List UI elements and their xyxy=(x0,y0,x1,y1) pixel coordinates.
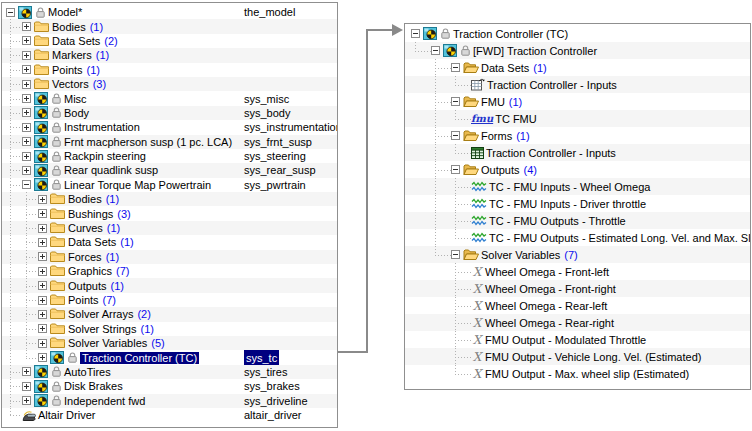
tree-row[interactable]: Altair Driveraltair_driver xyxy=(2,408,337,422)
tree-row[interactable]: XWheel Omega - Front-right xyxy=(405,280,750,297)
tree-item-label[interactable]: Outputs xyxy=(481,164,520,176)
tree-item-label[interactable]: Outputs xyxy=(68,280,107,292)
tree-row[interactable]: Rackpin steeringsys_steering xyxy=(2,149,337,163)
minus-box-icon[interactable] xyxy=(6,8,15,17)
tree-item-label[interactable]: Wheel Omega - Rear-right xyxy=(485,317,614,329)
tree-row[interactable]: Data Sets(1) xyxy=(405,59,750,76)
tree-item-label[interactable]: FMU Output - Max. wheel slip (Estimated) xyxy=(485,368,689,380)
tree-item-label[interactable]: Frnt macpherson susp (1 pc. LCA) xyxy=(64,136,232,148)
tree-row[interactable]: Traction Controller - Inputs xyxy=(405,76,750,93)
plus-box-icon[interactable] xyxy=(22,94,31,103)
tree-row[interactable]: Model*the_model xyxy=(2,5,337,19)
tree-item-label[interactable]: Solver Variables xyxy=(481,249,560,261)
plus-box-icon[interactable] xyxy=(22,367,31,376)
minus-box-icon[interactable] xyxy=(451,165,460,174)
tree-row[interactable]: TC - FMU Inputs - Driver throttle xyxy=(405,195,750,212)
plus-box-icon[interactable] xyxy=(38,324,47,333)
tree-row[interactable]: XWheel Omega - Front-left xyxy=(405,263,750,280)
tree-item-label[interactable]: Data Sets xyxy=(52,35,100,47)
tree-item-label[interactable]: Bodies xyxy=(52,21,86,33)
tree-item-variable-name[interactable]: the_model xyxy=(244,5,295,19)
tree-row[interactable]: Bushings(3) xyxy=(2,206,337,220)
plus-box-icon[interactable] xyxy=(22,166,31,175)
tree-row[interactable]: Traction Controller (TC) xyxy=(405,25,750,42)
tree-row[interactable]: XWheel Omega - Rear-left xyxy=(405,297,750,314)
tree-row[interactable]: Bodies(1) xyxy=(2,19,337,33)
tree-row[interactable]: fmuTC FMU xyxy=(405,110,750,127)
tree-row[interactable]: Vectors(3) xyxy=(2,77,337,91)
tree-item-label[interactable]: Bushings xyxy=(68,208,113,220)
plus-box-icon[interactable] xyxy=(38,310,47,319)
plus-box-icon[interactable] xyxy=(22,36,31,45)
minus-box-icon[interactable] xyxy=(451,63,460,72)
tree-row[interactable]: Miscsys_misc xyxy=(2,91,337,105)
tree-item-label[interactable]: TC - FMU Outputs - Throttle xyxy=(489,215,626,227)
tree-item-variable-name[interactable]: sys_pwrtrain xyxy=(244,178,306,192)
tree-row[interactable]: Solver Arrays(2) xyxy=(2,307,337,321)
tree-item-variable-name[interactable]: sys_rear_susp xyxy=(244,163,316,177)
tree-row[interactable]: Outputs(1) xyxy=(2,278,337,292)
plus-box-icon[interactable] xyxy=(22,22,31,31)
tree-row[interactable]: [FWD] Traction Controller xyxy=(405,42,750,59)
tree-item-variable-name[interactable]: sys_brakes xyxy=(244,379,300,393)
tree-item-label[interactable]: Traction Controller (TC) xyxy=(453,28,568,40)
tree-item-label[interactable]: [FWD] Traction Controller xyxy=(473,45,597,57)
minus-box-icon[interactable] xyxy=(22,180,31,189)
tree-row[interactable]: XFMU Output - Max. wheel slip (Estimated… xyxy=(405,365,750,382)
tree-item-label[interactable]: Wheel Omega - Rear-left xyxy=(485,300,607,312)
plus-box-icon[interactable] xyxy=(22,108,31,117)
tree-item-label[interactable]: Forms xyxy=(481,130,512,142)
tree-item-label[interactable]: TC - FMU Outputs - Estimated Long. Vel. … xyxy=(489,232,751,244)
tree-row[interactable]: AutoTiressys_tires xyxy=(2,365,337,379)
tree-item-variable-name[interactable]: sys_steering xyxy=(244,149,306,163)
plus-box-icon[interactable] xyxy=(38,209,47,218)
tree-item-label[interactable]: Vectors xyxy=(52,78,89,90)
tree-row[interactable]: Traction Controller (TC)sys_tc xyxy=(2,350,337,364)
tree-row[interactable]: XFMU Output - Vehicle Long. Vel. (Estima… xyxy=(405,348,750,365)
plus-box-icon[interactable] xyxy=(22,396,31,405)
tree-row[interactable]: Independent fwdsys_driveline xyxy=(2,394,337,408)
tree-item-label[interactable]: Wheel Omega - Front-right xyxy=(485,283,616,295)
tree-row[interactable]: Bodysys_body xyxy=(2,106,337,120)
tree-item-variable-name[interactable]: altair_driver xyxy=(244,408,301,422)
tree-item-label[interactable]: Forces xyxy=(68,251,102,263)
tree-row[interactable]: Traction Controller - Inputs xyxy=(405,144,750,161)
tree-item-label[interactable]: Body xyxy=(64,107,89,119)
tree-item-variable-name[interactable]: sys_tires xyxy=(244,365,287,379)
tree-item-label[interactable]: Rear quadlink susp xyxy=(64,164,158,176)
tree-row[interactable]: Solver Strings(1) xyxy=(2,322,337,336)
tree-item-label[interactable]: Independent fwd xyxy=(64,395,145,407)
tree-item-label[interactable]: Data Sets xyxy=(481,62,529,74)
tree-row[interactable]: Solver Variables(5) xyxy=(2,336,337,350)
minus-box-icon[interactable] xyxy=(451,97,460,106)
tree-item-variable-name[interactable]: sys_driveline xyxy=(244,394,308,408)
plus-box-icon[interactable] xyxy=(38,267,47,276)
tree-item-label[interactable]: FMU Output - Vehicle Long. Vel. (Estimat… xyxy=(485,351,701,363)
minus-box-icon[interactable] xyxy=(451,250,460,259)
tree-item-label[interactable]: AutoTires xyxy=(64,366,111,378)
tree-row[interactable]: TC - FMU Outputs - Throttle xyxy=(405,212,750,229)
tree-item-variable-name[interactable]: sys_body xyxy=(244,106,290,120)
tree-item-label[interactable]: Instrumentation xyxy=(64,121,140,133)
tree-item-label[interactable]: Curves xyxy=(68,222,103,234)
plus-box-icon[interactable] xyxy=(38,224,47,233)
tree-row[interactable]: Data Sets(1) xyxy=(2,235,337,249)
tree-row[interactable]: Forces(1) xyxy=(2,250,337,264)
tree-row[interactable]: Forms(1) xyxy=(405,127,750,144)
tree-row[interactable]: Bodies(1) xyxy=(2,192,337,206)
tree-item-variable-name[interactable]: sys_tc xyxy=(244,350,279,364)
tree-item-label[interactable]: FMU Output - Modulated Throttle xyxy=(485,334,646,346)
tree-item-label[interactable]: Bodies xyxy=(68,193,102,205)
tree-row[interactable]: XWheel Omega - Rear-right xyxy=(405,314,750,331)
tree-row[interactable]: Points(7) xyxy=(2,293,337,307)
tree-row[interactable]: Points(1) xyxy=(2,63,337,77)
tree-row[interactable]: TC - FMU Outputs - Estimated Long. Vel. … xyxy=(405,229,750,246)
minus-box-icon[interactable] xyxy=(451,131,460,140)
tree-item-label[interactable]: Altair Driver xyxy=(38,409,95,421)
tree-item-label[interactable]: TC - FMU Inputs - Wheel Omega xyxy=(489,181,650,193)
plus-box-icon[interactable] xyxy=(22,80,31,89)
tree-item-variable-name[interactable]: sys_frnt_susp xyxy=(244,135,312,149)
tree-row[interactable]: Data Sets(2) xyxy=(2,34,337,48)
tree-item-variable-name[interactable]: sys_misc xyxy=(244,91,289,105)
plus-box-icon[interactable] xyxy=(38,195,47,204)
